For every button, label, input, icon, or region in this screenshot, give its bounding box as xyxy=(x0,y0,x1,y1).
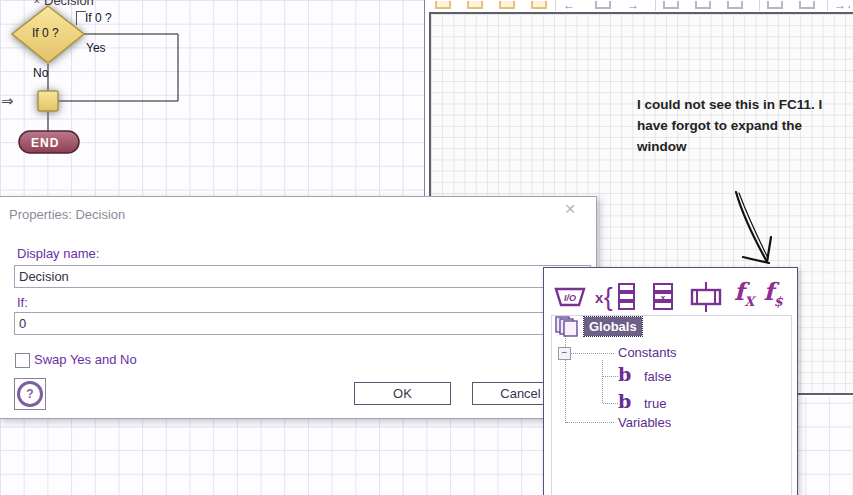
toolbar-icon-7[interactable] xyxy=(727,1,743,9)
tree-item-globals-label: Globals xyxy=(584,317,642,336)
swap-yes-no-checkbox[interactable] xyxy=(15,353,30,368)
end-label: END xyxy=(31,136,59,150)
decision-marker: ✕ xyxy=(33,0,41,6)
tree-expander-icon[interactable]: − xyxy=(558,347,571,360)
toolbar-icon-5[interactable] xyxy=(663,1,679,9)
swap-yes-no-label: Swap Yes and No xyxy=(34,352,137,367)
globals-panel: I/O x { x fX f$ xyxy=(543,267,798,495)
connection-point[interactable] xyxy=(38,91,58,111)
toolbar-icon-3[interactable] xyxy=(499,1,515,9)
boolean-icon: b xyxy=(618,392,631,411)
display-name-input[interactable] xyxy=(14,265,591,288)
annotation-note: I could not see this in FC11. I have for… xyxy=(637,95,849,158)
close-icon[interactable]: ✕ xyxy=(561,200,579,218)
properties-dialog: Properties: Decision ✕ Display name: If:… xyxy=(0,196,597,419)
yes-label: Yes xyxy=(86,41,106,55)
insert-point-arrow-icon: ⇒ xyxy=(1,92,14,110)
toolbar-separator xyxy=(827,0,828,11)
toolbar-icon-2[interactable] xyxy=(467,1,483,9)
if-input[interactable] xyxy=(14,312,591,335)
tree-item-true[interactable]: true xyxy=(644,396,666,411)
delete-block-icon[interactable]: x xyxy=(648,282,678,312)
decision-title: Decision xyxy=(44,0,94,8)
tree-line xyxy=(566,353,614,354)
if-label: If: xyxy=(17,295,28,310)
macro-expand-icon[interactable]: x { xyxy=(595,282,639,312)
tree-item-constants[interactable]: Constants xyxy=(618,345,677,360)
toolbar-separator xyxy=(655,0,656,11)
toolbar-icon-9[interactable] xyxy=(799,1,815,9)
tree-item-false[interactable]: false xyxy=(644,369,671,384)
boolean-icon: b xyxy=(618,365,631,384)
align-right-icon[interactable]: → xyxy=(627,1,643,9)
toolbar-icon-8[interactable] xyxy=(767,1,783,9)
toolbar-icon-6[interactable] xyxy=(695,1,711,9)
svg-text:{: { xyxy=(604,282,613,312)
globals-tree: Globals − Constants b false b true Varia… xyxy=(551,315,792,495)
svg-text:x: x xyxy=(661,293,666,302)
help-button[interactable]: ? xyxy=(14,378,46,410)
tree-item-variables[interactable]: Variables xyxy=(618,415,671,430)
fx-functions-icon[interactable]: fX xyxy=(734,279,754,315)
dialog-title: Properties: Decision xyxy=(9,207,125,222)
panel-toolbar: I/O x { x fX f$ xyxy=(554,280,791,314)
tree-item-globals[interactable]: Globals xyxy=(555,316,642,337)
pages-icon xyxy=(555,316,579,337)
no-label: No xyxy=(33,66,48,80)
tree-line xyxy=(602,360,603,403)
fs-string-functions-icon[interactable]: f$ xyxy=(763,279,782,315)
decision-condition-label: If 0 ? xyxy=(32,26,59,40)
window-toolbar: ← → →← xyxy=(429,0,853,12)
align-center-icon[interactable] xyxy=(595,1,611,9)
snap-icon[interactable]: →← xyxy=(834,1,850,9)
branch-condition-label: If 0 ? xyxy=(85,11,112,25)
toolbar-icon-1[interactable] xyxy=(435,1,451,9)
tree-line xyxy=(603,403,618,404)
svg-text:I/O: I/O xyxy=(564,293,576,303)
component-block-icon[interactable] xyxy=(687,282,725,312)
app-root: { "flowchart": { "decision_title": "Deci… xyxy=(0,0,853,495)
ok-button[interactable]: OK xyxy=(354,382,451,405)
toolbar-icon-4[interactable] xyxy=(531,1,547,9)
tree-line xyxy=(566,422,614,423)
display-name-label: Display name: xyxy=(17,246,99,261)
hand-drawn-arrow xyxy=(690,180,800,270)
svg-text:x: x xyxy=(595,289,604,306)
tree-line xyxy=(603,376,618,377)
yes-branch-line xyxy=(58,34,178,101)
io-icon[interactable]: I/O xyxy=(554,286,586,308)
align-left-icon[interactable]: ← xyxy=(563,1,579,9)
toolbar-separator xyxy=(759,0,760,11)
toolbar-separator xyxy=(555,0,556,11)
help-icon: ? xyxy=(17,381,43,407)
